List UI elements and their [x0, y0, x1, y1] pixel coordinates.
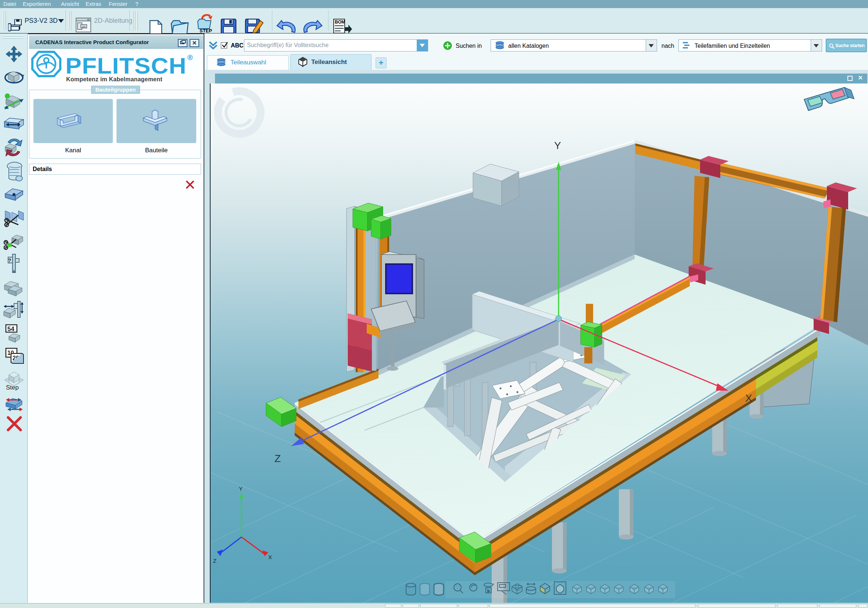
svg-text:Z: Z	[213, 558, 217, 564]
svg-text:Z: Z	[274, 453, 281, 464]
svg-text:54: 54	[7, 325, 14, 333]
svg-text:Y: Y	[239, 485, 243, 492]
svg-text:BOM: BOM	[335, 20, 345, 25]
svg-text:Step: Step	[6, 384, 19, 391]
svg-text:STEP: STEP	[200, 28, 212, 33]
svg-text:X: X	[745, 392, 752, 404]
svg-text:?: ?	[8, 258, 11, 263]
svg-text:Y: Y	[554, 140, 561, 151]
svg-text:X: X	[268, 554, 272, 560]
